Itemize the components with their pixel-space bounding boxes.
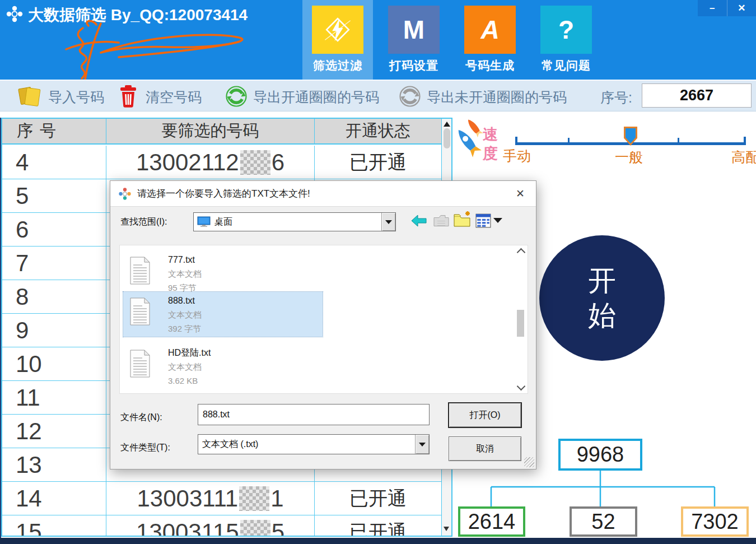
- cell-index: 13: [2, 448, 106, 481]
- cell-status: 已开通: [315, 515, 441, 536]
- import-numbers-icon[interactable]: [17, 85, 43, 108]
- cancel-button[interactable]: 取消: [449, 436, 521, 461]
- app-window: 大数据筛选 By_QQ:120073414: [0, 0, 756, 544]
- nav-item[interactable]: M 打码设置: [379, 0, 449, 80]
- start-button-line1: 开: [588, 263, 616, 298]
- cell-index: 7: [2, 247, 106, 280]
- dialog-title-bar[interactable]: 请选择一个你要导入筛选的TXT文本文件! ✕: [110, 181, 536, 207]
- cell-index: 9: [2, 314, 106, 347]
- resize-grip[interactable]: [524, 457, 534, 467]
- scroll-thumb[interactable]: [444, 128, 450, 148]
- text-file-icon: [129, 297, 151, 326]
- file-item[interactable]: 888.txt文本文档392 字节: [123, 292, 323, 337]
- letter-m-icon: M: [388, 6, 440, 54]
- clear-numbers-icon[interactable]: [120, 85, 137, 108]
- cell-index: 10: [2, 347, 106, 380]
- cell-index: 11: [2, 381, 106, 414]
- window-controls: – ✕: [698, 0, 756, 16]
- close-button[interactable]: ✕: [727, 0, 756, 16]
- file-name-input[interactable]: 888.txt: [198, 404, 430, 425]
- serial-number-field[interactable]: 2667: [642, 83, 752, 108]
- censored-digits: [239, 486, 269, 511]
- file-size: 3.62 KB: [168, 374, 211, 388]
- file-type: 文本文档: [168, 308, 202, 322]
- slider-tick: [678, 138, 679, 144]
- stat-box: 52: [570, 506, 637, 537]
- scroll-up-icon[interactable]: [516, 248, 525, 257]
- slider-label-normal: 一般: [615, 148, 643, 166]
- import-numbers-button[interactable]: 导入号码: [48, 88, 104, 106]
- scroll-up-icon[interactable]: [444, 122, 450, 127]
- nav-item[interactable]: ? 常见问题: [531, 0, 601, 80]
- file-type-label: 文件类型(T):: [120, 442, 170, 454]
- cell-index: 6: [2, 213, 106, 246]
- export-not-opened-icon[interactable]: [399, 85, 421, 108]
- cell-status: 已开通: [315, 146, 441, 179]
- file-item[interactable]: KEY.txt: [123, 389, 510, 394]
- censored-digits: [240, 520, 270, 536]
- scroll-down-icon[interactable]: [517, 382, 526, 391]
- header-status: 开通状态: [315, 119, 441, 143]
- file-type-combobox[interactable]: 文本文档 (.txt): [198, 434, 430, 454]
- cell-index: 5: [2, 179, 106, 212]
- nav-item[interactable]: 筛选过滤: [302, 0, 373, 80]
- title-bar: 大数据筛选 By_QQ:120073414: [0, 0, 756, 80]
- file-item[interactable]: 777.txt文本文档95 字节: [123, 251, 510, 296]
- back-icon[interactable]: [410, 213, 427, 228]
- question-icon: ?: [540, 6, 592, 54]
- slider-end-left: [515, 137, 517, 145]
- file-type-value: 文本文档 (.txt): [202, 439, 258, 450]
- table-row[interactable]: 14130031111已开通: [2, 482, 441, 515]
- stat-box-total: 9968: [558, 439, 642, 471]
- file-name: HD登陆.txt: [168, 346, 211, 360]
- speed-label-line1: 速: [483, 124, 498, 145]
- scroll-thumb[interactable]: [517, 310, 524, 337]
- slider-end-right: [744, 137, 746, 145]
- up-folder-icon[interactable]: [433, 213, 450, 228]
- nav-item-label: 号码生成: [455, 58, 525, 73]
- look-in-label: 查找范围(I):: [120, 216, 167, 228]
- file-item[interactable]: HD登陆.txt文本文档3.62 KB: [123, 344, 510, 389]
- header-index: 序 号: [2, 119, 106, 143]
- file-list-scrollbar[interactable]: [516, 247, 526, 392]
- app-title: 大数据筛选 By_QQ:120073414: [28, 4, 248, 26]
- scroll-down-icon[interactable]: [444, 527, 449, 531]
- file-name: 777.txt: [168, 253, 202, 267]
- export-opened-button[interactable]: 导出开通圈圈的号码: [253, 88, 379, 106]
- stat-box: 2614: [458, 506, 525, 537]
- start-button[interactable]: 开 始: [539, 235, 665, 361]
- export-not-opened-button[interactable]: 导出未开通圈圈的号码: [427, 88, 567, 106]
- slider-label-manual: 手动: [503, 147, 531, 165]
- speed-label-line2: 度: [483, 143, 498, 164]
- cell-index: 14: [2, 482, 106, 515]
- table-row[interactable]: 4130021126已开通: [2, 146, 441, 179]
- file-type-dropdown-icon[interactable]: [415, 435, 429, 454]
- signature-scribble: [35, 18, 259, 81]
- look-in-dropdown-icon[interactable]: [381, 213, 395, 231]
- nav-item[interactable]: A 号码生成: [455, 0, 525, 80]
- dialog-logo-icon: [118, 187, 132, 201]
- desktop-icon: [197, 216, 211, 227]
- view-menu-icon[interactable]: [475, 213, 491, 228]
- minimize-button[interactable]: –: [698, 0, 727, 16]
- open-button[interactable]: 打开(O): [449, 403, 521, 427]
- stat-box: 7302: [681, 506, 749, 537]
- clear-numbers-button[interactable]: 清空号码: [146, 88, 202, 106]
- export-opened-icon[interactable]: [225, 85, 248, 108]
- open-file-dialog: 请选择一个你要导入筛选的TXT文本文件! ✕ 查找范围(I): 桌面: [110, 180, 536, 469]
- new-folder-icon[interactable]: [453, 211, 471, 228]
- view-menu-caret-icon[interactable]: [493, 218, 502, 223]
- table-header: 序 号 要筛选的号码 开通状态: [2, 119, 441, 145]
- look-in-combobox[interactable]: 桌面: [193, 212, 396, 231]
- serial-label: 序号:: [600, 89, 632, 107]
- cell-number: 130031155: [106, 515, 315, 536]
- cell-index: 15: [2, 515, 106, 536]
- letter-a-icon: A: [464, 6, 516, 54]
- file-name: KEY.txt: [168, 391, 197, 394]
- header-number: 要筛选的号码: [106, 119, 315, 143]
- table-row[interactable]: 15130031155已开通: [2, 515, 441, 536]
- dialog-close-icon[interactable]: ✕: [512, 186, 528, 201]
- cell-index: 4: [2, 146, 106, 179]
- window-left-border: [0, 118, 1, 538]
- file-type: 文本文档: [168, 267, 202, 281]
